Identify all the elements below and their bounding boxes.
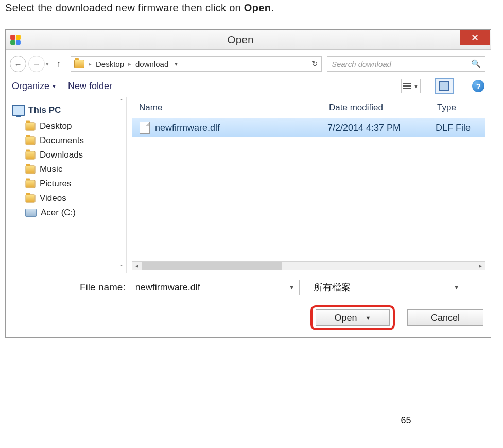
- chevron-right-icon: ▸: [89, 61, 92, 67]
- column-header-type[interactable]: Type: [437, 102, 483, 113]
- file-row[interactable]: newfirmware.dlf 7/2/2014 4:37 PM DLF Fil…: [132, 118, 485, 137]
- arrow-up-icon: ↑: [57, 59, 61, 70]
- tree-item-desktop[interactable]: Desktop: [8, 119, 124, 133]
- chrome-icon: [10, 35, 21, 45]
- scroll-right-icon[interactable]: ▸: [476, 262, 485, 269]
- nav-tree: ˄ This PC Desktop Documents Downloads: [6, 97, 127, 273]
- file-icon: [140, 122, 150, 134]
- filename-label: File name:: [80, 282, 126, 293]
- back-button[interactable]: ←: [10, 56, 26, 72]
- tree-item-label: Videos: [40, 193, 66, 203]
- instruction-post: .: [271, 2, 274, 13]
- help-icon: ?: [476, 82, 480, 91]
- filename-value: newfirmware.dlf: [135, 282, 200, 293]
- forward-button[interactable]: →: [28, 56, 45, 72]
- organize-label: Organize: [12, 81, 49, 92]
- tree-item-label: Acer (C:): [41, 208, 76, 218]
- this-pc-icon: [12, 105, 25, 116]
- titlebar: Open ✕: [6, 30, 491, 50]
- breadcrumb[interactable]: ▸ Desktop ▸ download ▾ ↻: [71, 56, 322, 72]
- filename-row: File name: newfirmware.dlf ▼ 所有檔案 ▼: [80, 280, 483, 295]
- drive-icon: [25, 209, 37, 217]
- tree-item-music[interactable]: Music: [8, 162, 124, 177]
- search-placeholder: Search download: [332, 60, 391, 68]
- new-folder-button[interactable]: New folder: [68, 81, 112, 92]
- folder-icon: [26, 136, 36, 145]
- file-name: newfirmware.dlf: [155, 123, 327, 133]
- file-type: DLF File: [436, 123, 482, 133]
- arrow-left-icon: ←: [14, 60, 22, 68]
- new-folder-label: New folder: [68, 81, 112, 92]
- folder-icon: [26, 194, 36, 202]
- instruction-text: Select the downloaded new firmware then …: [5, 0, 498, 29]
- folder-icon: [26, 151, 36, 159]
- view-options-button[interactable]: ▼: [401, 79, 421, 93]
- search-icon: 🔍: [471, 59, 481, 68]
- cancel-button[interactable]: Cancel: [407, 309, 483, 326]
- file-list-area: Name Date modified Type newfirmware.dlf …: [127, 97, 491, 273]
- button-row: Open ▼ Cancel: [13, 305, 483, 330]
- breadcrumb-dropdown-icon[interactable]: ▾: [175, 60, 178, 67]
- tree-item-acer-c[interactable]: Acer (C:): [8, 205, 124, 220]
- open-dialog: Open ✕ ← → ▾ ↑ ▸ Desktop ▸ download: [5, 29, 491, 338]
- chevron-down-icon: ▼: [366, 315, 371, 321]
- preview-pane-button[interactable]: [435, 78, 454, 94]
- arrow-right-icon: →: [33, 60, 41, 68]
- close-button[interactable]: ✕: [460, 30, 490, 45]
- tree-item-pictures[interactable]: Pictures: [8, 177, 124, 191]
- horizontal-scrollbar[interactable]: ◂ ▸: [132, 261, 485, 270]
- folder-icon: [74, 60, 84, 68]
- scroll-up-icon[interactable]: ˄: [120, 98, 123, 106]
- history-dropdown-icon[interactable]: ▾: [46, 61, 49, 67]
- breadcrumb-seg-desktop[interactable]: Desktop: [96, 60, 124, 68]
- help-button[interactable]: ?: [472, 80, 484, 92]
- breadcrumb-seg-download[interactable]: download: [135, 60, 168, 68]
- column-header-name[interactable]: Name: [139, 102, 329, 113]
- list-view-icon: [403, 83, 411, 89]
- chevron-right-icon: ▸: [128, 61, 131, 67]
- open-button-label: Open: [335, 313, 357, 323]
- folder-icon: [26, 180, 36, 188]
- tree-item-videos[interactable]: Videos: [8, 191, 124, 205]
- folder-icon: [26, 122, 36, 130]
- instruction-pre: Select the downloaded new firmware then …: [5, 2, 244, 13]
- folder-icon: [26, 165, 36, 174]
- scrollbar-track[interactable]: [142, 262, 476, 270]
- tree-item-label: Pictures: [40, 179, 71, 189]
- scroll-left-icon[interactable]: ◂: [132, 262, 142, 269]
- up-button[interactable]: ↑: [52, 57, 65, 71]
- dialog-body: ˄ This PC Desktop Documents Downloads: [6, 97, 491, 273]
- scrollbar-thumb[interactable]: [142, 262, 282, 270]
- tree-item-downloads[interactable]: Downloads: [8, 148, 124, 162]
- organize-menu[interactable]: Organize ▼: [12, 81, 57, 92]
- file-date: 7/2/2014 4:37 PM: [327, 123, 436, 133]
- tree-root-this-pc[interactable]: This PC: [8, 101, 124, 119]
- scroll-down-icon[interactable]: ˅: [120, 264, 123, 271]
- tree-item-label: Music: [40, 164, 62, 175]
- instruction-bold: Open: [244, 2, 271, 13]
- filename-input[interactable]: newfirmware.dlf ▼: [131, 280, 300, 295]
- chevron-down-icon: ▼: [51, 83, 57, 89]
- tree-item-documents[interactable]: Documents: [8, 133, 124, 148]
- dialog-title: Open: [21, 33, 460, 46]
- open-button[interactable]: Open ▼: [316, 309, 390, 326]
- file-type-filter[interactable]: 所有檔案 ▼: [309, 280, 464, 295]
- page-number: 65: [5, 415, 498, 426]
- tree-item-label: Downloads: [40, 150, 83, 160]
- preview-pane-icon: [439, 81, 449, 91]
- tree-root-label: This PC: [28, 105, 61, 115]
- refresh-icon[interactable]: ↻: [311, 59, 318, 68]
- filter-value: 所有檔案: [314, 281, 351, 294]
- close-icon: ✕: [471, 32, 479, 43]
- column-header-date[interactable]: Date modified: [329, 102, 437, 113]
- chevron-down-icon: ▼: [289, 284, 295, 291]
- toolbar: Organize ▼ New folder ▼ ?: [6, 75, 491, 97]
- chevron-down-icon: ▼: [454, 284, 460, 291]
- nav-row: ← → ▾ ↑ ▸ Desktop ▸ download ▾ ↻ Search …: [6, 50, 491, 75]
- tree-item-label: Documents: [40, 135, 84, 146]
- open-button-highlight: Open ▼: [310, 305, 395, 330]
- column-headers: Name Date modified Type: [127, 97, 491, 116]
- search-input[interactable]: Search download 🔍: [327, 56, 485, 72]
- cancel-button-label: Cancel: [431, 313, 460, 323]
- dialog-bottom: File name: newfirmware.dlf ▼ 所有檔案 ▼ Open…: [6, 273, 491, 337]
